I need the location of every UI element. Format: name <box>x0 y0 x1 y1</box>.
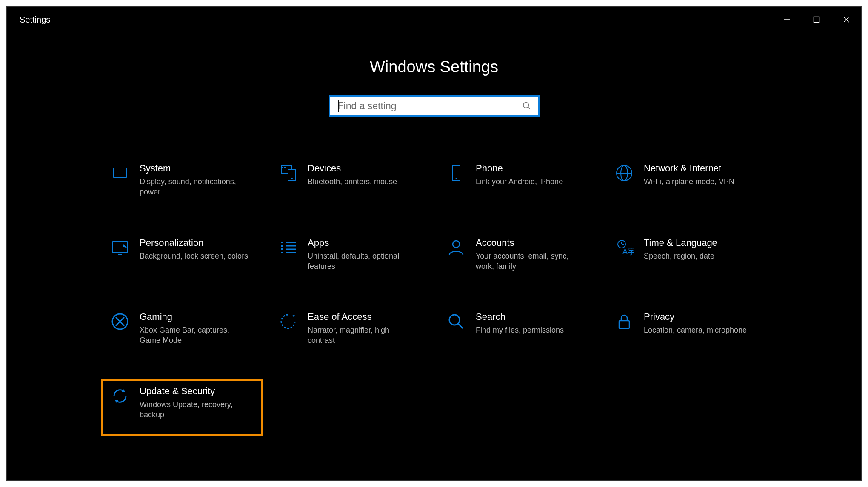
tile-name: Devices <box>308 163 397 174</box>
search-container <box>7 95 861 117</box>
tile-name: Network & Internet <box>644 163 734 174</box>
tile-desc: Xbox Game Bar, captures, Game Mode <box>140 325 250 346</box>
search-input[interactable] <box>338 100 522 112</box>
tile-time[interactable]: Time & LanguageSpeech, region, date <box>606 231 766 280</box>
tile-desc: Display, sound, notifications, power <box>140 177 250 197</box>
tile-desc: Link your Android, iPhone <box>476 177 563 187</box>
text-caret <box>338 100 339 112</box>
svg-rect-1 <box>814 17 819 23</box>
svg-line-5 <box>528 107 530 109</box>
tile-name: Apps <box>308 237 418 248</box>
tile-desc: Speech, region, date <box>644 251 717 261</box>
tile-name: Update & Security <box>140 386 250 397</box>
tile-apps[interactable]: AppsUninstall, defaults, optional featur… <box>270 231 430 280</box>
tile-name: Privacy <box>644 311 747 322</box>
tile-desc: Windows Update, recovery, backup <box>140 399 250 420</box>
apps-icon <box>279 238 297 257</box>
search-icon <box>522 101 531 111</box>
ease-icon <box>279 312 297 331</box>
tile-name: Personalization <box>140 237 248 248</box>
tile-devices[interactable]: DevicesBluetooth, printers, mouse <box>270 157 430 206</box>
tile-name: Phone <box>476 163 563 174</box>
tile-desc: Uninstall, defaults, optional features <box>308 251 418 272</box>
devices-icon <box>279 164 297 182</box>
tile-desc: Background, lock screen, colors <box>140 251 248 261</box>
tile-desc: Bluetooth, printers, mouse <box>308 177 397 187</box>
tile-desc: Find my files, permissions <box>476 325 564 335</box>
tile-ease[interactable]: Ease of AccessNarrator, magnifier, high … <box>270 305 430 354</box>
accounts-icon <box>447 238 465 257</box>
tile-name: Gaming <box>140 311 250 322</box>
tile-desc: Location, camera, microphone <box>644 325 747 335</box>
tile-update[interactable]: Update & SecurityWindows Update, recover… <box>102 380 262 436</box>
tile-network[interactable]: Network & InternetWi-Fi, airplane mode, … <box>606 157 766 206</box>
search-icon <box>447 312 465 331</box>
tile-name: System <box>140 163 250 174</box>
tile-desc: Wi-Fi, airplane mode, VPN <box>644 177 734 187</box>
privacy-icon <box>615 312 634 331</box>
time-icon <box>615 238 634 257</box>
maximize-button[interactable] <box>802 7 831 32</box>
tile-desc: Narrator, magnifier, high contrast <box>308 325 418 346</box>
update-icon <box>111 387 129 405</box>
close-button[interactable] <box>831 7 861 32</box>
page-title: Windows Settings <box>7 58 861 76</box>
window-controls <box>772 7 861 32</box>
window-title: Settings <box>20 15 50 25</box>
settings-grid: SystemDisplay, sound, notifications, pow… <box>102 157 766 435</box>
tile-search[interactable]: SearchFind my files, permissions <box>438 305 598 354</box>
tile-desc: Your accounts, email, sync, work, family <box>476 251 586 272</box>
search-box[interactable] <box>329 95 540 117</box>
gaming-icon <box>111 312 129 331</box>
tile-accounts[interactable]: AccountsYour accounts, email, sync, work… <box>438 231 598 280</box>
network-icon <box>615 164 634 182</box>
tile-name: Ease of Access <box>308 311 418 322</box>
tile-personalization[interactable]: PersonalizationBackground, lock screen, … <box>102 231 262 280</box>
system-icon <box>111 164 129 182</box>
tile-name: Accounts <box>476 237 586 248</box>
titlebar: Settings <box>7 7 861 32</box>
phone-icon <box>447 164 465 182</box>
tile-phone[interactable]: PhoneLink your Android, iPhone <box>438 157 598 206</box>
tile-privacy[interactable]: PrivacyLocation, camera, microphone <box>606 305 766 354</box>
settings-window: Settings Windows Settings SystemDispla <box>6 6 862 481</box>
svg-point-4 <box>523 103 528 108</box>
tile-gaming[interactable]: GamingXbox Game Bar, captures, Game Mode <box>102 305 262 354</box>
tile-system[interactable]: SystemDisplay, sound, notifications, pow… <box>102 157 262 206</box>
tile-name: Time & Language <box>644 237 717 248</box>
minimize-button[interactable] <box>772 7 802 32</box>
personalization-icon <box>111 238 129 257</box>
tile-name: Search <box>476 311 564 322</box>
